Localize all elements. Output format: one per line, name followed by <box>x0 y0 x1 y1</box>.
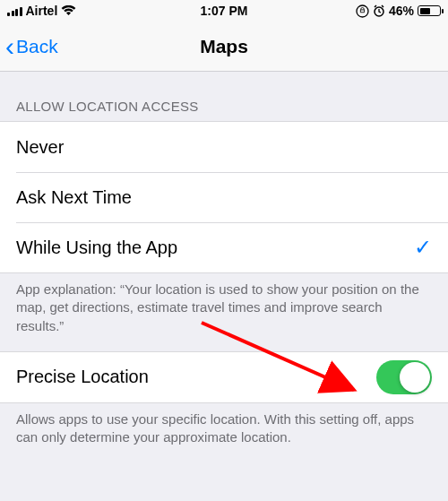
toggle-knob <box>400 362 430 393</box>
checkmark-icon: ✓ <box>414 235 432 260</box>
nav-bar: ‹ Back Maps <box>0 22 448 72</box>
option-ask-next-time[interactable]: Ask Next Time <box>0 172 448 222</box>
option-label: While Using the App <box>16 238 177 258</box>
location-access-list: Never Ask Next Time While Using the App … <box>0 121 448 273</box>
page-title: Maps <box>0 36 448 57</box>
option-label: Never <box>16 137 64 158</box>
svg-point-0 <box>357 5 368 17</box>
rotation-lock-icon <box>356 4 369 18</box>
precise-location-toggle[interactable] <box>376 360 432 394</box>
status-bar: Airtel 1:07 PM 46% <box>0 0 448 22</box>
status-left: Airtel <box>7 4 76 18</box>
carrier-label: Airtel <box>26 4 58 18</box>
battery-icon <box>418 5 441 16</box>
back-button[interactable]: ‹ Back <box>0 33 58 60</box>
alarm-icon <box>373 4 385 17</box>
app-explanation: App explanation: “Your location is used … <box>0 273 448 351</box>
chevron-left-icon: ‹ <box>5 33 14 60</box>
signal-icon <box>7 5 22 16</box>
battery-pct: 46% <box>389 4 414 18</box>
precise-location-list: Precise Location <box>0 351 448 403</box>
option-never[interactable]: Never <box>0 122 448 172</box>
wifi-icon <box>61 5 76 16</box>
precise-location-row: Precise Location <box>0 352 448 402</box>
precise-location-footer: Allows apps to use your specific locatio… <box>0 403 448 463</box>
option-label: Ask Next Time <box>16 187 132 208</box>
option-while-using[interactable]: While Using the App ✓ <box>0 222 448 272</box>
precise-location-label: Precise Location <box>16 367 149 387</box>
status-right: 46% <box>356 4 441 18</box>
section-header-location-access: ALLOW LOCATION ACCESS <box>0 72 448 121</box>
back-label: Back <box>16 36 58 57</box>
